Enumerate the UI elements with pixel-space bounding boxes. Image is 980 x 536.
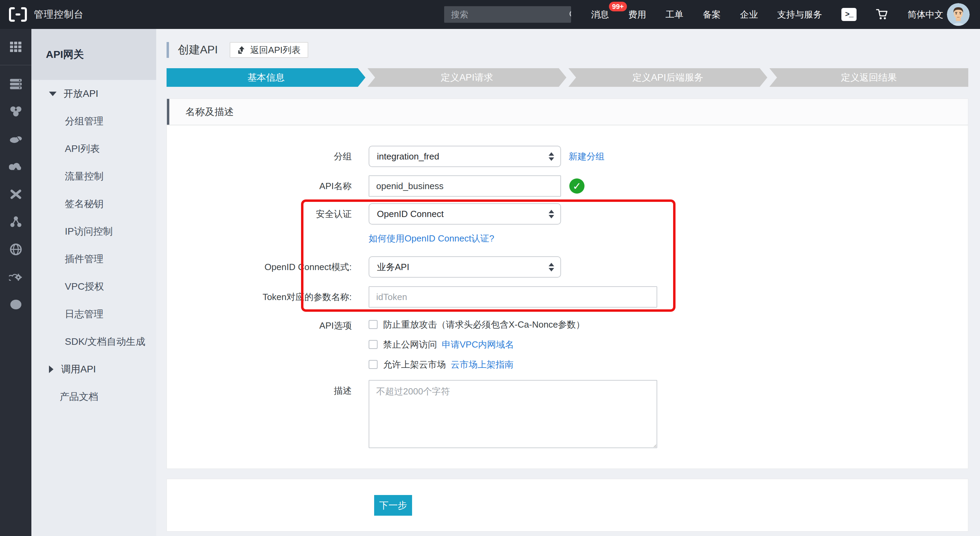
section-header: 名称及描述 [167, 99, 968, 125]
cart-icon[interactable] [876, 9, 888, 20]
api-name-label: API名称 [167, 180, 352, 192]
chevron-right-icon [49, 365, 53, 373]
option-disable-public: 禁止公网访问 申请VPC内网域名 [369, 338, 585, 351]
search-icon[interactable] [569, 6, 571, 23]
oidc-mode-select[interactable]: 业务API [369, 256, 561, 278]
server-stack-icon[interactable] [9, 78, 23, 90]
apps-grid-icon[interactable] [9, 41, 23, 53]
globe-icon[interactable] [9, 243, 23, 255]
cloudshell-icon[interactable]: >_ [842, 8, 857, 21]
nav-tickets[interactable]: 工单 [665, 9, 683, 21]
sidebar-item-ip-access-control[interactable]: IP访问控制 [31, 218, 156, 245]
group-label: 分组 [167, 151, 352, 163]
product-title: API网关 [46, 48, 84, 62]
nav-support[interactable]: 支持与服务 [777, 9, 822, 21]
step-define-request[interactable]: 定义API请求 [368, 68, 566, 87]
sidebar-item-group-management[interactable]: 分组管理 [31, 108, 156, 135]
sidebar-product-header: API网关 [31, 29, 156, 80]
step-define-backend[interactable]: 定义API后端服务 [569, 68, 768, 87]
wizard-steps: 基本信息 定义API请求 定义API后端服务 定义返回结果 [167, 68, 968, 87]
sidebar-item-traffic-control[interactable]: 流量控制 [31, 163, 156, 190]
nav-messages[interactable]: 消息 99+ [591, 9, 609, 21]
sidebar-group-call-api[interactable]: 调用API [31, 355, 156, 383]
api-options-label: API选项 [167, 317, 352, 332]
group-row: 分组 integration_fred 新建分组 [167, 146, 968, 167]
token-param-label: Token对应的参数名称: [167, 291, 352, 303]
status-dot-icon[interactable] [9, 298, 23, 311]
auth-row: 安全认证 OpenID Connect [167, 203, 968, 225]
option-replay-attack: 防止重放攻击（请求头必须包含X-Ca-Nonce参数） [369, 317, 585, 331]
sidebar-group-open-api[interactable]: 开放API [31, 80, 156, 108]
sidebar-item-log-management[interactable]: 日志管理 [31, 300, 156, 328]
nav-enterprise[interactable]: 企业 [740, 9, 758, 21]
sidebar-item-product-docs[interactable]: 产品文档 [31, 383, 156, 411]
console-title: 管理控制台 [34, 8, 84, 21]
step-basic-info[interactable]: 基本信息 [167, 68, 366, 87]
back-to-api-list-button[interactable]: 返回API列表 [230, 42, 308, 58]
node-x-icon[interactable] [9, 188, 23, 200]
clouds-icon[interactable] [9, 133, 23, 145]
topnav: 消息 99+ 费用 工单 备案 企业 支持与服务 >_ 简体中文 [591, 8, 943, 21]
new-group-link[interactable]: 新建分组 [569, 151, 605, 163]
select-arrows-icon [549, 263, 554, 271]
description-row: 描述 [167, 380, 968, 448]
openid-connect-help-link[interactable]: 如何使用OpenID Connect认证? [369, 233, 494, 244]
sidebar-item-signature-key[interactable]: 签名秘钥 [31, 190, 156, 218]
token-param-input[interactable] [369, 286, 657, 308]
cloud-upload-icon[interactable] [9, 160, 23, 173]
user-avatar[interactable] [947, 3, 970, 26]
disable-public-checkbox[interactable] [369, 340, 378, 349]
step-define-response[interactable]: 定义返回结果 [769, 68, 968, 87]
products-cluster-icon[interactable] [9, 105, 23, 118]
product-icon-rail [0, 29, 31, 536]
next-step-button[interactable]: 下一步 [374, 495, 412, 516]
sidebar-item-sdk-doc-generation[interactable]: SDK/文档自动生成 [31, 328, 156, 355]
valid-check-icon: ✓ [569, 178, 584, 193]
title-accent-bar [167, 42, 169, 58]
share-nodes-icon[interactable] [9, 216, 23, 228]
description-label: 描述 [167, 380, 352, 397]
vpc-domain-link[interactable]: 申请VPC内网域名 [442, 339, 514, 350]
auth-label: 安全认证 [167, 208, 352, 220]
section-accent-bar [167, 99, 169, 125]
select-arrows-icon [549, 152, 554, 161]
api-name-row: API名称 ✓ [167, 175, 968, 197]
page-title: 创建API [178, 42, 218, 57]
sidebar: API网关 开放API 分组管理 API列表 流量控制 签名秘钥 IP访问控制 … [31, 29, 156, 536]
name-description-card: 名称及描述 分组 integration_fred 新建分组 [167, 98, 968, 469]
sidebar-item-api-list[interactable]: API列表 [31, 135, 156, 163]
language-switcher[interactable]: 简体中文 [908, 9, 943, 21]
footer-card: 下一步 [167, 479, 968, 531]
group-select[interactable]: integration_fred [369, 146, 561, 167]
auth-select[interactable]: OpenID Connect [369, 203, 561, 225]
topbar: 管理控制台 消息 99+ 费用 工单 备案 企业 支持与服务 >_ [0, 0, 980, 29]
oidc-mode-label: OpenID Connect模式: [167, 261, 352, 273]
sidebar-item-vpc-authorization[interactable]: VPC授权 [31, 273, 156, 300]
alibaba-cloud-logo-icon[interactable] [9, 6, 27, 23]
api-options-row: API选项 防止重放攻击（请求头必须包含X-Ca-Nonce参数） 禁止公网访问… [167, 317, 968, 371]
section-title: 名称及描述 [186, 105, 234, 119]
main-content: 创建API 返回API列表 基本信息 定义API请求 定义API后端服务 定义返… [156, 29, 980, 536]
chevron-down-icon [49, 92, 57, 96]
nav-billing[interactable]: 费用 [628, 9, 646, 21]
token-param-row: Token对应的参数名称: [167, 286, 968, 308]
search-input[interactable] [444, 10, 569, 20]
nav-icp[interactable]: 备案 [703, 9, 721, 21]
api-name-input[interactable] [369, 175, 561, 197]
select-arrows-icon [549, 210, 554, 219]
cloud-gear-icon[interactable] [9, 271, 23, 283]
marketplace-guide-link[interactable]: 云市场上架指南 [451, 358, 514, 371]
description-textarea[interactable] [369, 380, 657, 448]
sidebar-item-plugin-management[interactable]: 插件管理 [31, 245, 156, 273]
marketplace-checkbox[interactable] [369, 360, 378, 369]
option-marketplace: 允许上架云市场 云市场上架指南 [369, 358, 585, 371]
global-search[interactable] [444, 6, 571, 23]
oidc-mode-row: OpenID Connect模式: 业务API [167, 256, 968, 278]
message-count-badge: 99+ [609, 2, 627, 11]
replay-attack-checkbox[interactable] [369, 320, 378, 329]
back-upload-icon [237, 46, 246, 54]
